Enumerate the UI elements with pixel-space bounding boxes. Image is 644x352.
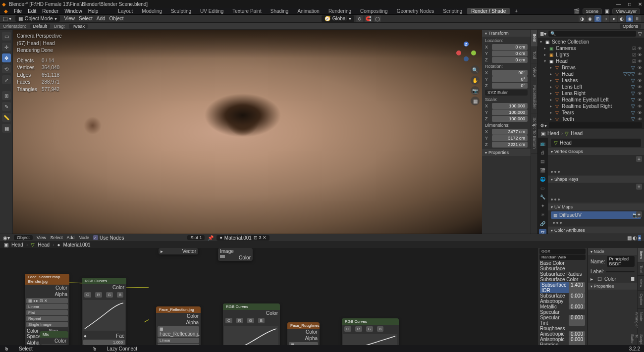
shader-type[interactable]: Object: [14, 235, 33, 240]
xray-toggle[interactable]: ⊞: [594, 15, 601, 22]
tab-texturepaint[interactable]: Texture Paint: [228, 8, 265, 14]
loc-z[interactable]: 0 cm: [492, 57, 528, 63]
node-section-header[interactable]: Node: [588, 248, 637, 255]
uvmaps-header[interactable]: UV Maps: [548, 203, 644, 210]
ptab-render[interactable]: 📺: [539, 140, 546, 147]
ptab-modifier[interactable]: 🔧: [539, 193, 546, 201]
vtab-item[interactable]: Item: [531, 30, 537, 47]
nevt-nw[interactable]: Node Wrangler: [638, 309, 644, 331]
add-workspace-button[interactable]: +: [511, 8, 522, 14]
editor-type-button[interactable]: ◉▾: [3, 235, 10, 241]
viewlayer-selector[interactable]: ViewLayer: [612, 8, 640, 14]
bsdf-param[interactable]: Anisotropic Rotation0.000: [538, 337, 587, 345]
rotmode-dropdown[interactable]: XYZ Euler: [485, 90, 528, 96]
nevt-item[interactable]: Item: [638, 248, 644, 262]
dim-z[interactable]: 2231 cm: [492, 142, 528, 148]
bsdf-param[interactable]: Subsurface Radius: [538, 271, 587, 277]
3d-viewport[interactable]: Camera Perspective (67) Head | Head Rend…: [13, 30, 482, 234]
filter-icon[interactable]: ▽: [638, 31, 642, 37]
nevt-view[interactable]: View: [638, 276, 644, 291]
node-image-remnant[interactable]: Image Color: [218, 248, 253, 261]
overlay-toggle[interactable]: ◉: [587, 15, 593, 22]
drag-value[interactable]: Tweak: [69, 24, 88, 29]
ptab-constraint[interactable]: 🔗: [539, 220, 546, 227]
maximize-button[interactable]: □: [628, 1, 631, 7]
minimize-button[interactable]: —: [616, 1, 621, 7]
shading-rendered[interactable]: ◉: [626, 15, 633, 22]
add-vg[interactable]: +: [636, 156, 642, 162]
shape-keys-header[interactable]: Shape Keys: [548, 176, 644, 183]
node-reflection-tex[interactable]: Face_Reflection.jpg Color Alpha ▦ Face_R…: [156, 306, 201, 345]
bsdf-param[interactable]: Base Color: [538, 260, 587, 266]
tab-uvediting[interactable]: UV Editing: [196, 8, 227, 14]
nav-gizmo[interactable]: Z: [456, 42, 476, 61]
add-uv[interactable]: +: [636, 211, 642, 217]
axis-x[interactable]: [456, 50, 461, 55]
view-menu[interactable]: View: [64, 16, 75, 21]
coll-cameras[interactable]: Cameras: [556, 46, 630, 51]
ptab-objdata[interactable]: ▽: [539, 229, 546, 234]
vertex-groups-header[interactable]: Vertex Groups: [548, 148, 644, 155]
ptab-particles[interactable]: ✦: [539, 202, 546, 209]
obj-lensright[interactable]: Lens Right: [562, 91, 630, 96]
shading-wireframe[interactable]: ○: [602, 15, 609, 22]
slot-selector[interactable]: Slot 1: [187, 235, 205, 240]
tab-modeling[interactable]: Modeling: [138, 8, 166, 14]
node-canvas[interactable]: ▸Vector Image Color Face_Scatter map Ble…: [0, 248, 538, 345]
tool-scale[interactable]: ⤢: [2, 75, 11, 84]
rot-z[interactable]: 0°: [492, 83, 528, 89]
obj-tears[interactable]: Tears: [562, 110, 630, 115]
obj-brows[interactable]: Brows: [562, 65, 630, 70]
outliner-type-icon[interactable]: ≣▾: [540, 31, 546, 37]
bsdf-param[interactable]: Subsurface IOR1.400: [538, 282, 587, 293]
menu-window[interactable]: Window: [64, 8, 82, 14]
camera-button[interactable]: 📷: [471, 86, 480, 95]
node-rgbcurves-3[interactable]: RGB Curves CRGB: [342, 318, 399, 345]
mode-selector[interactable]: ▦ Object Mode ▾: [15, 15, 60, 22]
node-rgbcurves-2[interactable]: RGB Curves Color CRGB: [223, 303, 280, 345]
material-selector[interactable]: ● Material.001 ⊡ 3 ✕: [216, 235, 269, 241]
node-color-toggle[interactable]: Color: [604, 276, 616, 282]
tool-cursor[interactable]: ✛: [2, 43, 11, 51]
options-dropdown[interactable]: Options: [620, 24, 641, 29]
axis-z[interactable]: Z: [464, 42, 469, 47]
tool-addcube[interactable]: ▦: [2, 124, 11, 133]
obj-teeth[interactable]: Teeth: [562, 116, 630, 121]
outliner-search[interactable]: 🔍: [548, 31, 636, 37]
bsdf-param[interactable]: Specular Tint0.000: [538, 315, 587, 326]
pin-icon[interactable]: 📌: [208, 235, 214, 241]
obj-eyeball-r[interactable]: Realtime Eyeball Right: [562, 103, 630, 109]
vtab-fb[interactable]: FaceBuilder: [531, 81, 537, 113]
node-uv-input[interactable]: ▸Vector: [159, 248, 198, 254]
ne-view[interactable]: View: [37, 235, 46, 240]
close-button[interactable]: ✕: [638, 1, 642, 7]
menu-render[interactable]: Render: [42, 8, 58, 14]
rot-x[interactable]: 90°: [492, 70, 528, 76]
axis-y[interactable]: [471, 50, 476, 55]
scene-collection[interactable]: Scene Collection: [552, 39, 642, 45]
node-roughness-tex[interactable]: Face_Roughness.jpg Color Alpha ▦ Face_Ro…: [287, 322, 320, 345]
transform-header[interactable]: Transform: [482, 30, 531, 37]
tab-layout[interactable]: Layout: [114, 8, 137, 14]
zoom-button[interactable]: 🔍: [471, 65, 480, 74]
menu-help[interactable]: Help: [88, 8, 99, 14]
bsdf-param[interactable]: Specular: [538, 309, 587, 315]
vtab-stb[interactable]: Script To Button: [531, 113, 537, 153]
ne-icon3[interactable]: ●: [638, 235, 641, 241]
orientation-dropdown[interactable]: 🧭 Global ▾: [322, 15, 354, 22]
use-nodes-toggle[interactable]: ✓Use Nodes: [93, 235, 124, 241]
tool-select[interactable]: ▭: [2, 32, 11, 41]
vtab-view[interactable]: View: [531, 63, 537, 81]
shading-solid[interactable]: ●: [610, 15, 617, 22]
ptab-world[interactable]: 🌐: [539, 175, 546, 183]
tool-transform[interactable]: ⊞: [2, 91, 11, 100]
tool-annotate[interactable]: ✎: [2, 102, 11, 111]
obj-lashes[interactable]: Lashes: [562, 78, 630, 83]
obj-head[interactable]: Head: [562, 71, 622, 77]
bsdf-param[interactable]: Subsurface Color: [538, 277, 587, 282]
obj-lensleft[interactable]: Lens Left: [562, 84, 630, 90]
mesh-data-block[interactable]: ▽Head: [551, 139, 641, 147]
shading-matprev[interactable]: ◐: [618, 15, 625, 22]
node-rgbcurves-1[interactable]: RGB Curves Color CRGB ●Fac 1.000 ●Color: [82, 278, 126, 345]
ne-add[interactable]: Add: [66, 235, 74, 240]
